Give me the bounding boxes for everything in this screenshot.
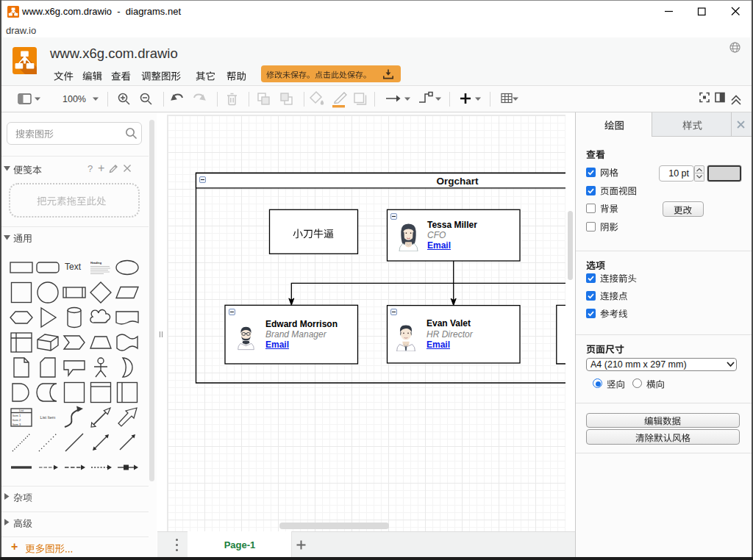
svg-text:Orgchart: Orgchart [436,176,479,187]
svg-text:List Item: List Item [40,415,56,420]
svg-text:Item 2: Item 2 [13,418,21,422]
svg-text:List: List [19,409,24,412]
svg-text:Heading: Heading [90,262,102,265]
svg-text:100%: 100% [63,94,86,104]
svg-text:Item 1: Item 1 [13,414,21,417]
svg-text:Item 3: Item 3 [13,423,21,426]
